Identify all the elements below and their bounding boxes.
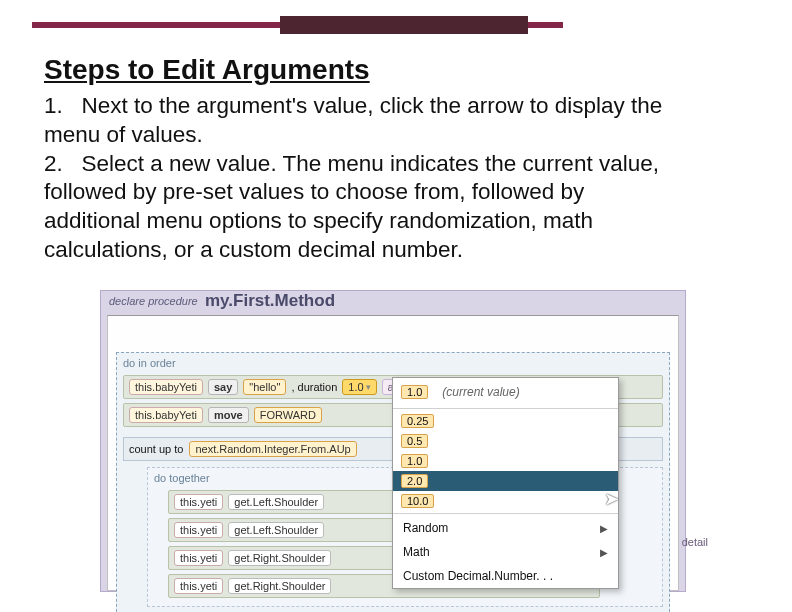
count-label: count up to	[129, 443, 183, 455]
num-tag-icon: 1.0	[401, 385, 428, 399]
menu-current[interactable]: 1.0 (current value)	[393, 378, 618, 406]
object-ref[interactable]: this.yeti	[174, 522, 223, 538]
value-dropdown-menu: 1.0 (current value) 0.250.51.02.010.0 Ra…	[392, 377, 619, 589]
duration-label: , duration	[291, 381, 337, 393]
menu-option[interactable]: 1.0	[393, 451, 618, 471]
ide-screenshot: declare procedure my.First.Method do in …	[100, 290, 686, 592]
num-tag-icon: 1.0	[401, 454, 428, 468]
code-canvas: do in order this.babyYeti say "hello" , …	[107, 315, 679, 591]
method-call[interactable]: get.Left.Shoulder	[228, 494, 324, 510]
method-name: my.First.Method	[205, 291, 335, 311]
num-tag-icon: 10.0	[401, 494, 434, 508]
duration-value[interactable]: 1.0▾	[342, 379, 376, 395]
menu-math[interactable]: Math▶	[393, 540, 618, 564]
menu-random[interactable]: Random▶	[393, 516, 618, 540]
accent-bar-left	[32, 22, 280, 28]
menu-separator	[393, 408, 618, 409]
menu-option[interactable]: 0.25	[393, 411, 618, 431]
move-direction[interactable]: FORWARD	[254, 407, 322, 423]
object-ref[interactable]: this.yeti	[174, 578, 223, 594]
page-title: Steps to Edit Arguments	[44, 54, 370, 86]
accent-bar-right	[528, 22, 563, 28]
count-expression[interactable]: next.Random.Integer.From.AUp	[189, 441, 356, 457]
chevron-right-icon: ▶	[600, 547, 608, 558]
menu-option[interactable]: 0.5	[393, 431, 618, 451]
num-tag-icon: 2.0	[401, 474, 428, 488]
menu-separator	[393, 513, 618, 514]
method-call[interactable]: get.Right.Shoulder	[228, 578, 331, 594]
object-ref[interactable]: this.babyYeti	[129, 379, 203, 395]
method-call[interactable]: get.Right.Shoulder	[228, 550, 331, 566]
say-arg-text[interactable]: "hello"	[243, 379, 286, 395]
num-tag-icon: 0.25	[401, 414, 434, 428]
declare-label: declare procedure	[109, 295, 198, 307]
chevron-right-icon: ▶	[600, 523, 608, 534]
menu-custom-decimal[interactable]: Custom Decimal.Number. . .	[393, 564, 618, 588]
accent-bar-center	[280, 16, 528, 34]
move-keyword: move	[208, 407, 249, 423]
menu-option[interactable]: 2.0	[393, 471, 618, 491]
object-ref[interactable]: this.yeti	[174, 550, 223, 566]
object-ref[interactable]: this.babyYeti	[129, 407, 203, 423]
current-value-label: (current value)	[434, 381, 527, 403]
detail-cutoff: detail	[682, 536, 708, 548]
chevron-down-icon: ▾	[366, 382, 371, 392]
body-text: 1. Next to the argument's value, click t…	[44, 92, 684, 265]
do-in-order-label: do in order	[123, 357, 663, 369]
say-keyword: say	[208, 379, 238, 395]
menu-option[interactable]: 10.0	[393, 491, 618, 511]
object-ref[interactable]: this.yeti	[174, 494, 223, 510]
method-call[interactable]: get.Left.Shoulder	[228, 522, 324, 538]
num-tag-icon: 0.5	[401, 434, 428, 448]
